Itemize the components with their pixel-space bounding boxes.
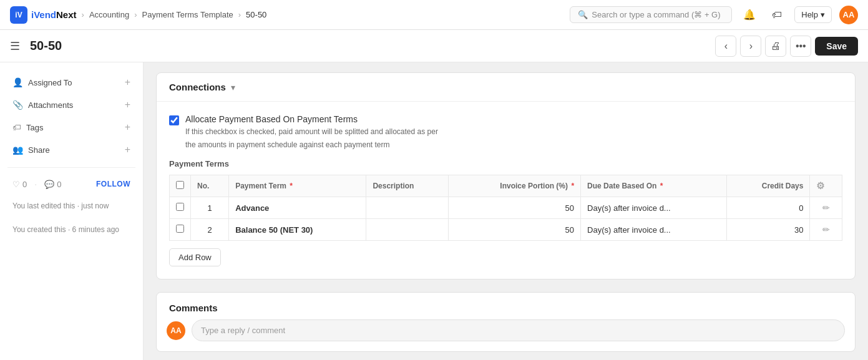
dot-separator: · xyxy=(34,179,37,189)
row-no-1: 2 xyxy=(191,219,229,241)
col-header-gear: ⚙ xyxy=(810,175,842,197)
header-actions: ‹ › 🖨 ••• Save xyxy=(715,36,858,57)
edit-icon-1[interactable]: ✏ xyxy=(822,225,830,235)
sidebar-item-tags-label: Tags xyxy=(26,123,43,132)
sidebar-item-share[interactable]: 👥 Share + xyxy=(7,140,135,160)
help-label: Help xyxy=(801,10,818,19)
col-header-checkbox xyxy=(170,175,191,197)
assigned-to-icon: 👤 xyxy=(12,77,23,87)
sidebar-item-assigned-to-left: 👤 Assigned To xyxy=(12,77,72,87)
row-payment-term-0: Advance xyxy=(229,197,366,219)
allocate-payment-desc-2: the amounts in payment schedule against … xyxy=(185,139,438,150)
notification-bell-button[interactable]: 🔔 xyxy=(739,5,759,25)
payment-term-required-star: * xyxy=(290,182,293,190)
col-header-description: Description xyxy=(366,175,449,197)
share-add-icon[interactable]: + xyxy=(125,144,130,155)
comment-icon: 💬 xyxy=(44,180,54,189)
allocate-payment-desc-1: If this checkbox is checked, paid amount… xyxy=(185,126,438,137)
breadcrumb-payment-terms-template[interactable]: Payment Terms Template xyxy=(142,10,233,19)
sidebar-item-tags[interactable]: 🏷 Tags + xyxy=(7,117,135,137)
help-button[interactable]: Help ▾ xyxy=(794,6,832,23)
page-title: 50-50 xyxy=(30,39,62,53)
sidebar: 👤 Assigned To + 📎 Attachments + 🏷 Tags +… xyxy=(0,62,144,360)
connections-card: Connections ▾ Allocate Payment Based On … xyxy=(156,72,856,280)
heart-icon: ♡ xyxy=(12,180,20,189)
content-area: Connections ▾ Allocate Payment Based On … xyxy=(144,62,868,360)
connections-card-header[interactable]: Connections ▾ xyxy=(157,73,855,102)
attachments-icon: 📎 xyxy=(12,100,23,110)
row-edit-0: ✏ xyxy=(810,197,842,219)
row-credit-days-1: 30 xyxy=(727,219,810,241)
row-checkbox-0[interactable] xyxy=(176,203,184,211)
edit-icon-0[interactable]: ✏ xyxy=(822,203,830,213)
breadcrumb-accounting[interactable]: Accounting xyxy=(89,10,129,19)
tags-icon: 🏷 xyxy=(12,122,21,132)
search-box[interactable]: 🔍 Search or type a command (⌘ + G) xyxy=(570,6,732,23)
col-header-due-date: Due Date Based On * xyxy=(581,175,727,197)
comments-section: Comments AA Type a reply / comment xyxy=(156,292,856,352)
topbar-right: 🔍 Search or type a command (⌘ + G) 🔔 🏷 H… xyxy=(570,5,858,25)
select-all-checkbox[interactable] xyxy=(176,181,184,189)
row-no-0: 1 xyxy=(191,197,229,219)
table-row: 1 Advance 50 Day(s) after invoice d... 0… xyxy=(170,197,842,219)
next-button[interactable]: › xyxy=(740,36,761,57)
logo-text: iVendNext xyxy=(31,9,77,20)
prev-button[interactable]: ‹ xyxy=(715,36,736,57)
logo[interactable]: iV iVendNext xyxy=(10,6,77,24)
menu-icon[interactable]: ☰ xyxy=(10,39,20,53)
user-avatar[interactable]: AA xyxy=(839,6,858,24)
print-button[interactable]: 🖨 xyxy=(765,36,786,57)
comment-avatar: AA xyxy=(167,321,185,340)
invoice-portion-required-star: * xyxy=(571,182,574,190)
row-checkbox-cell-1 xyxy=(170,219,191,241)
search-placeholder: Search or type a command (⌘ + G) xyxy=(592,10,720,19)
tags-add-icon[interactable]: + xyxy=(125,122,130,133)
col-header-credit-days: Credit Days xyxy=(727,175,810,197)
last-edited-meta: You last edited this · just now xyxy=(7,195,135,216)
col-header-no: No. xyxy=(191,175,229,197)
topbar: iV iVendNext › Accounting › Payment Term… xyxy=(0,0,868,30)
like-number: 0 xyxy=(22,180,27,189)
attachments-add-icon[interactable]: + xyxy=(125,99,130,110)
page-header: ☰ 50-50 ‹ › 🖨 ••• Save xyxy=(0,30,868,62)
sidebar-item-share-label: Share xyxy=(28,145,50,155)
payment-terms-section-label: Payment Terms xyxy=(169,159,842,168)
breadcrumb-sep-1: › xyxy=(82,10,84,19)
gear-icon[interactable]: ⚙ xyxy=(816,180,824,191)
sidebar-item-attachments[interactable]: 📎 Attachments + xyxy=(7,95,135,115)
sidebar-item-tags-left: 🏷 Tags xyxy=(12,122,43,132)
add-row-button[interactable]: Add Row xyxy=(169,248,221,266)
comment-number: 0 xyxy=(57,180,61,189)
row-edit-1: ✏ xyxy=(810,219,842,241)
row-due-date-1: Day(s) after invoice d... xyxy=(581,219,727,241)
sidebar-item-assigned-to[interactable]: 👤 Assigned To + xyxy=(7,72,135,92)
comment-input-row: AA Type a reply / comment xyxy=(157,319,855,351)
sidebar-divider xyxy=(7,167,135,168)
row-description-1 xyxy=(366,219,449,241)
allocate-payment-label-block: Allocate Payment Based On Payment Terms … xyxy=(185,114,438,150)
payment-terms-table: No. Payment Term * Description Invoice P… xyxy=(169,175,842,241)
more-options-button[interactable]: ••• xyxy=(790,36,811,57)
due-date-required-star: * xyxy=(660,182,663,190)
row-invoice-portion-1: 50 xyxy=(449,219,581,241)
row-checkbox-1[interactable] xyxy=(176,225,184,233)
follow-button[interactable]: FOLLOW xyxy=(96,180,130,188)
row-description-0 xyxy=(366,197,449,219)
search-icon: 🔍 xyxy=(578,10,588,19)
sidebar-item-share-left: 👥 Share xyxy=(12,145,50,155)
main-layout: 👤 Assigned To + 📎 Attachments + 🏷 Tags +… xyxy=(0,62,868,360)
assigned-to-add-icon[interactable]: + xyxy=(125,77,130,88)
allocate-payment-checkbox[interactable] xyxy=(169,115,179,125)
col-header-invoice-portion: Invoice Portion (%) * xyxy=(449,175,581,197)
connections-title: Connections xyxy=(169,82,226,92)
row-invoice-portion-0: 50 xyxy=(449,197,581,219)
row-payment-term-1: Balance 50 (NET 30) xyxy=(229,219,366,241)
connections-card-body: Allocate Payment Based On Payment Terms … xyxy=(157,102,855,279)
comment-input[interactable]: Type a reply / comment xyxy=(192,319,845,341)
tag-icon-button[interactable]: 🏷 xyxy=(767,5,787,25)
row-checkbox-cell-0 xyxy=(170,197,191,219)
save-button[interactable]: Save xyxy=(815,37,858,56)
follow-section: ♡ 0 · 💬 0 FOLLOW xyxy=(7,175,135,193)
breadcrumb-current: 50-50 xyxy=(246,10,266,19)
share-icon: 👥 xyxy=(12,145,23,155)
